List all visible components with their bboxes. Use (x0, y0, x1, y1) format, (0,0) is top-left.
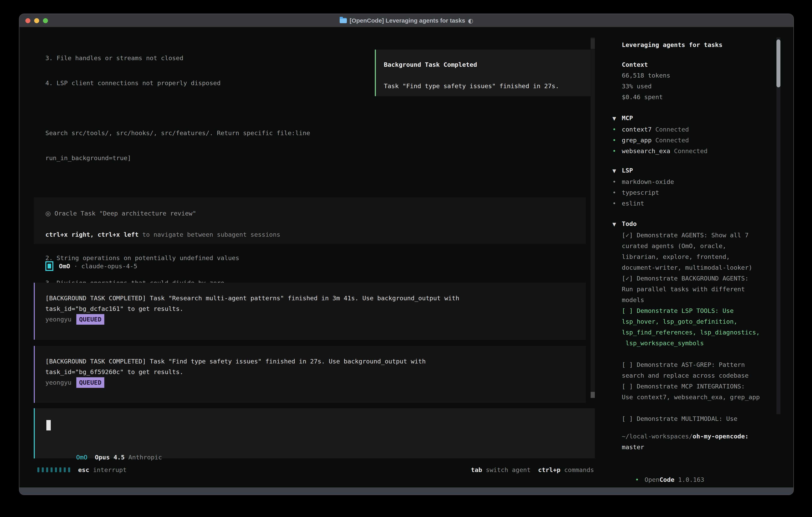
todo-section-header[interactable]: ▼Todo (612, 218, 760, 230)
window-bottom-bar (19, 487, 793, 495)
task-message-line: [BACKGROUND TASK COMPLETED] Task "Find t… (46, 356, 426, 366)
todo-heading: Todo (622, 220, 637, 227)
lsp-item: •typescript (612, 187, 674, 198)
mcp-section-header[interactable]: ▼MCP (612, 113, 707, 124)
mcp-item: •grep_app Connected (612, 135, 707, 145)
text-cursor (46, 420, 51, 430)
oracle-task-box: ◎ Oracle Task "Deep architecture review"… (34, 197, 586, 244)
oracle-task-text: Oracle Task "Deep architecture review" (51, 210, 196, 217)
agent-name: OmO (59, 263, 70, 270)
todo-line: document-writer, multimodal-looker) (612, 262, 760, 273)
activity-dots-icon (37, 467, 70, 472)
mcp-section: ▼MCP •context7 Connected •grep_app Conne… (612, 113, 707, 156)
mcp-heading: MCP (622, 114, 633, 121)
session-title: Leveraging agents for tasks (622, 39, 723, 50)
task-user: yeongyu (46, 316, 71, 323)
app-name-bold: Code (660, 476, 674, 483)
output-line: run_in_background=true] (46, 153, 506, 163)
lsp-section: ▼LSP •markdown-oxide •typescript •eslint (612, 165, 674, 209)
todo-line: [✓] Demonstrate AGENTS: Show all 7 (612, 230, 760, 241)
main-scrollbar-segment (590, 38, 595, 49)
workspace-section: ~/local-workspaces/oh-my-opencode: maste… (622, 431, 749, 453)
output-line (46, 178, 506, 188)
ctrlp-key-hint: ctrl+p (531, 466, 560, 473)
oracle-hint: ctrl+x right, ctrl+x left to navigate be… (46, 229, 280, 240)
context-spent: $0.46 spent (622, 91, 670, 102)
mcp-item-status: Connected (651, 137, 689, 144)
todo-list: [✓] Demonstrate AGENTS: Show all 7 curat… (612, 230, 760, 424)
mcp-item: •context7 Connected (612, 124, 707, 135)
prompt-input[interactable]: OmO Opus 4.5 Anthropic (34, 408, 595, 458)
bullet-icon: • (612, 145, 622, 156)
tab-key-label: switch agent (482, 466, 531, 473)
terminal-window: [OpenCode] Leveraging agents for tasks ◐… (19, 13, 794, 495)
mcp-item-status: Connected (651, 126, 689, 133)
task-message-line: task_id="bg_6f59260c" to get results. (46, 366, 426, 377)
chevron-down-icon: ▼ (612, 166, 622, 176)
hint-keys: ctrl+x right, ctrl+x left (46, 231, 139, 238)
bullet-icon: • (612, 176, 622, 187)
bullet-icon: • (612, 187, 622, 198)
todo-line: lsp_find_references, lsp_diagnostics, (612, 327, 760, 338)
mcp-item: •websearch_exa Connected (612, 145, 707, 156)
main-scrollbar-thumb[interactable] (590, 392, 595, 398)
workspace-repo: oh-my-opencode: (693, 433, 749, 440)
task-footer-line: yeongyuQUEUED (46, 314, 459, 325)
ctrlp-key-label: commands (560, 466, 594, 473)
task-message-line: [BACKGROUND TASK COMPLETED] Task "Resear… (46, 293, 459, 303)
lsp-section-header[interactable]: ▼LSP (612, 165, 674, 176)
sidebar-scrollbar-track[interactable] (777, 37, 780, 414)
workspace-path-line: ~/local-workspaces/oh-my-opencode: (622, 431, 749, 442)
desktop-background: [OpenCode] Leveraging agents for tasks ◐… (0, 0, 812, 517)
todo-line (612, 349, 760, 359)
main-scrollbar-track[interactable] (590, 37, 595, 398)
chevron-down-icon: ▼ (612, 219, 622, 230)
app-name-dim: Open (644, 476, 660, 483)
todo-line: Run parallel tasks with different (612, 284, 760, 295)
mcp-item-name: context7 (622, 126, 651, 133)
window-title-area: [OpenCode] Leveraging agents for tasks ◐ (19, 14, 793, 27)
task-message-line: task_id="bg_dcfac161" to get results. (46, 303, 459, 314)
input-provider: Anthropic (125, 454, 162, 461)
background-task-toast: Background Task Completed Task "Find typ… (375, 50, 593, 96)
input-agent-name: OmO (76, 454, 87, 461)
bullet-icon: • (635, 474, 644, 485)
lsp-item-name: eslint (622, 200, 644, 207)
output-line (46, 103, 506, 113)
input-model: Opus 4.5 (87, 454, 125, 461)
oracle-status-icon: ◎ (46, 210, 51, 217)
todo-line: search and replace across codebase (612, 370, 760, 381)
todo-line: librarian, explore, frontend, (612, 251, 760, 262)
esc-key-label: interrupt (89, 466, 127, 473)
loading-half-circle-icon: ◐ (468, 17, 473, 24)
statusbar-left: esc interrupt (37, 464, 127, 475)
subagent-session-row[interactable]: OmO · claude-opus-4-5 (46, 261, 137, 272)
context-tokens: 66,518 tokens (622, 70, 670, 81)
todo-line: lsp_hover, lsp_goto_definition, (612, 316, 760, 327)
background-task-card: [BACKGROUND TASK COMPLETED] Task "Resear… (34, 283, 586, 340)
sidebar-scrollbar-thumb[interactable] (777, 39, 780, 87)
lsp-heading: LSP (622, 167, 633, 174)
oracle-task-label: ◎ Oracle Task "Deep architecture review" (46, 208, 196, 219)
todo-line: lsp_workspace_symbols (612, 338, 760, 349)
lsp-item: •eslint (612, 198, 674, 209)
todo-line (612, 403, 760, 413)
workspace-path: ~/local-workspaces/ (622, 433, 693, 440)
todo-line: models (612, 295, 760, 305)
tab-key-hint: tab (471, 466, 482, 473)
mcp-item-status: Connected (670, 147, 708, 155)
context-used: 33% used (622, 81, 670, 91)
esc-key-hint: esc (78, 466, 89, 473)
window-title: [OpenCode] Leveraging agents for tasks (350, 17, 465, 24)
toast-body: Task "Find type safety issues" finished … (384, 81, 559, 91)
background-task-card: [BACKGROUND TASK COMPLETED] Task "Find t… (34, 346, 586, 403)
task-user: yeongyu (46, 379, 71, 386)
folder-icon (340, 18, 347, 23)
queued-status-badge: QUEUED (76, 377, 104, 388)
chevron-down-icon: ▼ (612, 113, 622, 124)
task-footer-line: yeongyuQUEUED (46, 377, 426, 388)
todo-line: [ ] Demonstrate AST-GREP: Pattern (612, 359, 760, 370)
agent-model: claude-opus-4-5 (81, 263, 137, 270)
context-heading: Context (622, 59, 670, 70)
bullet-icon: • (612, 135, 622, 145)
